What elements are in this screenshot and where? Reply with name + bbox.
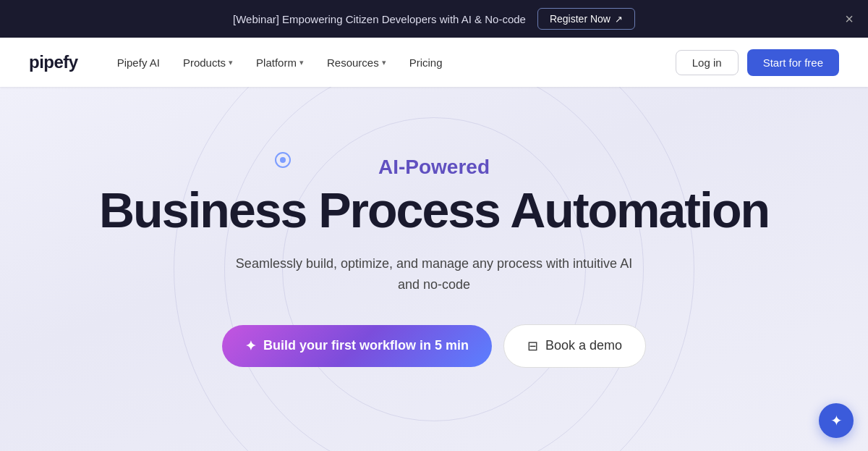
chevron-down-icon: ▾ bbox=[299, 58, 304, 67]
nav-label-pipefy-ai: Pipefy AI bbox=[117, 56, 160, 69]
hero-subtitle: AI-Powered bbox=[378, 156, 490, 179]
navbar: pipefy Pipefy AI Products ▾ Platform ▾ R… bbox=[0, 38, 868, 87]
monitor-icon: ⊟ bbox=[527, 338, 538, 354]
hero-actions: ✦ Build your first workflow in 5 min ⊟ B… bbox=[222, 324, 646, 368]
nav-label-products: Products bbox=[183, 56, 226, 69]
close-banner-button[interactable]: × bbox=[845, 12, 854, 26]
nav-item-platform[interactable]: Platform ▾ bbox=[246, 51, 314, 75]
workflow-button[interactable]: ✦ Build your first workflow in 5 min bbox=[222, 325, 492, 367]
nav-links: Pipefy AI Products ▾ Platform ▾ Resource… bbox=[107, 51, 676, 75]
workflow-button-label: Build your first workflow in 5 min bbox=[263, 338, 469, 353]
chat-bubble-button[interactable]: ✦ bbox=[819, 403, 854, 438]
register-button[interactable]: Register Now ↗ bbox=[537, 8, 635, 30]
hero-section: AI-Powered Business Process Automation S… bbox=[0, 87, 868, 451]
logo[interactable]: pipefy bbox=[29, 52, 78, 72]
start-free-button[interactable]: Start for free bbox=[747, 49, 839, 76]
nav-actions: Log in Start for free bbox=[676, 49, 839, 76]
banner-text: [Webinar] Empowering Citizen Developers … bbox=[233, 13, 526, 25]
demo-button-label: Book a demo bbox=[545, 338, 622, 353]
hero-description: Seamlessly build, optimize, and manage a… bbox=[231, 253, 637, 295]
external-link-icon: ↗ bbox=[615, 14, 623, 25]
book-demo-button[interactable]: ⊟ Book a demo bbox=[503, 324, 646, 368]
nav-label-platform: Platform bbox=[256, 56, 297, 69]
logo-text: pipefy bbox=[29, 52, 78, 72]
target-dot-icon bbox=[275, 152, 291, 168]
dot-inner bbox=[280, 157, 286, 163]
chevron-down-icon: ▾ bbox=[229, 58, 233, 67]
nav-item-pricing[interactable]: Pricing bbox=[399, 51, 453, 75]
sparkle-icon: ✦ bbox=[245, 338, 256, 354]
nav-label-pricing: Pricing bbox=[409, 56, 443, 69]
top-banner: [Webinar] Empowering Citizen Developers … bbox=[0, 0, 868, 38]
register-label: Register Now bbox=[550, 13, 610, 25]
nav-item-resources[interactable]: Resources ▾ bbox=[317, 51, 396, 75]
login-button[interactable]: Log in bbox=[676, 50, 739, 75]
nav-item-products[interactable]: Products ▾ bbox=[173, 51, 243, 75]
chat-icon: ✦ bbox=[830, 412, 843, 429]
nav-label-resources: Resources bbox=[327, 56, 379, 69]
hero-title: Business Process Automation bbox=[99, 185, 769, 236]
nav-item-pipefy-ai[interactable]: Pipefy AI bbox=[107, 51, 170, 75]
chevron-down-icon: ▾ bbox=[382, 58, 386, 67]
